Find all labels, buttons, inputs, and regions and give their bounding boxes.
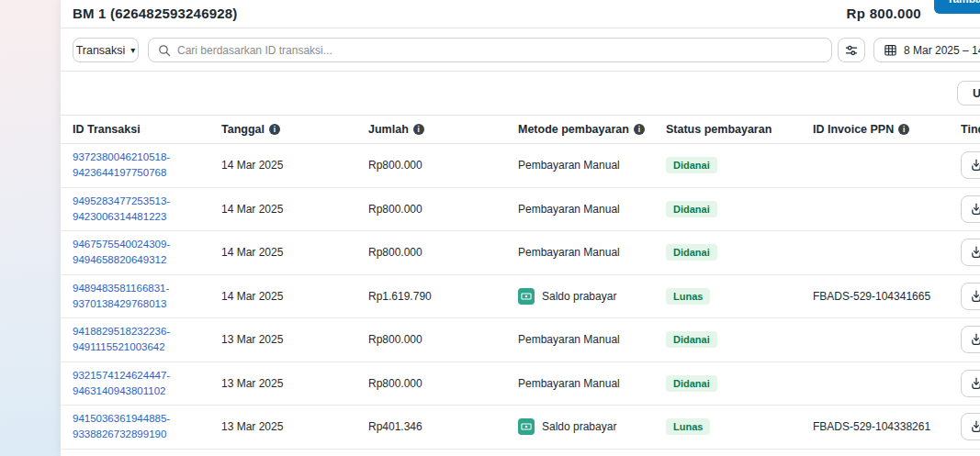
- table-row: 9372380046210518-9423644197750768 14 Mar…: [61, 144, 980, 188]
- table-body: 9372380046210518-9423644197750768 14 Mar…: [61, 144, 980, 450]
- transaction-type-label: Transaksi: [76, 44, 126, 57]
- table-row: 9495283477253513-9423006314481223 14 Mar…: [61, 188, 980, 232]
- payment-method-cell: Pembayaran Manual: [518, 159, 666, 172]
- column-header-id-transaksi: ID Transaksi: [73, 123, 221, 136]
- payment-status-cell: Lunas: [666, 418, 813, 435]
- column-header-label: ID Invoice PPN: [813, 123, 894, 136]
- download-receipt-button[interactable]: [961, 413, 980, 440]
- transaction-amount: Rp1.619.790: [368, 290, 518, 303]
- transaction-type-dropdown[interactable]: Transaksi ▾: [73, 38, 139, 62]
- column-header-status-pembayaran: Status pembayaran: [666, 123, 813, 136]
- column-header-label: Jumlah: [368, 123, 409, 136]
- download-report-button[interactable]: Unduh: [957, 81, 980, 106]
- page-header: BM 1 (626482593246928) Rp 800.000 Tambah…: [61, 0, 980, 28]
- payment-method-cell: Pembayaran Manual: [518, 333, 666, 346]
- table-row: 9489483581166831-9370138429768013 14 Mar…: [61, 275, 980, 319]
- actions-cell: [961, 413, 980, 440]
- invoice-id: FBADS-529-104338261: [813, 420, 961, 433]
- search-field[interactable]: [148, 38, 832, 62]
- account-balance: Rp 800.000: [847, 0, 921, 28]
- actions-cell: [961, 151, 980, 179]
- column-header-id-invoice-ppn: ID Invoice PPNi: [813, 123, 961, 136]
- transaction-amount: Rp800.000: [368, 246, 518, 259]
- status-badge: Lunas: [666, 418, 710, 435]
- payment-method-label: Pembayaran Manual: [518, 159, 620, 172]
- transaction-id-link[interactable]: 9489483581166831-9370138429768013: [73, 281, 221, 313]
- download-receipt-button[interactable]: [961, 195, 980, 223]
- transaction-amount: Rp800.000: [368, 377, 518, 390]
- status-badge: Didanai: [666, 157, 717, 173]
- transaction-id-link[interactable]: 9418829518232236-9491115521003642: [73, 324, 221, 356]
- column-header-tanggal: Tanggali: [221, 123, 368, 136]
- download-icon: [969, 158, 980, 172]
- transaction-date: 13 Mar 2025: [221, 333, 368, 346]
- date-range-picker[interactable]: 8 Mar 2025 – 14 Mar 2025: [873, 38, 980, 62]
- column-header-label: Status pembayaran: [666, 123, 772, 136]
- table-row: 9321574124624447-9463140943801102 13 Mar…: [61, 362, 980, 406]
- actions-cell: [961, 239, 980, 266]
- payment-method-label: Saldo prabayar: [542, 420, 616, 433]
- download-receipt-button[interactable]: [961, 151, 980, 179]
- column-header-label: Metode pembayaran: [518, 123, 629, 136]
- download-receipt-button[interactable]: [961, 326, 980, 353]
- download-icon: [969, 419, 980, 434]
- download-receipt-button[interactable]: [961, 370, 980, 397]
- billing-card: BM 1 (626482593246928) Rp 800.000 Tambah…: [61, 0, 980, 456]
- billing-transactions-page: BM 1 (626482593246928) Rp 800.000 Tambah…: [0, 0, 980, 456]
- download-receipt-button[interactable]: [961, 283, 980, 310]
- transaction-id-cell: 9321574124624447-9463140943801102: [73, 368, 221, 400]
- payment-method-cell: Saldo prabayar: [518, 288, 666, 305]
- transaction-id-link[interactable]: 9467575540024309-9494658820649312: [73, 237, 221, 269]
- transaction-amount: Rp800.000: [368, 203, 518, 216]
- add-funds-button[interactable]: Tambahkan: [934, 0, 980, 14]
- transaction-amount: Rp800.000: [368, 333, 518, 346]
- transaction-id-link[interactable]: 9495283477253513-9423006314481223: [73, 194, 221, 226]
- transaction-id-link[interactable]: 9415036361944885-9338826732899190: [73, 411, 221, 443]
- filter-settings-button[interactable]: [838, 38, 865, 62]
- table-toolbar: Unduh: [61, 72, 980, 116]
- actions-cell: [961, 283, 980, 310]
- actions-cell: [961, 326, 980, 353]
- column-header-label: ID Transaksi: [73, 123, 141, 136]
- info-icon[interactable]: i: [634, 124, 645, 135]
- transaction-date: 14 Mar 2025: [221, 159, 368, 172]
- transaction-amount: Rp800.000: [368, 159, 518, 172]
- payment-method-cell: Pembayaran Manual: [518, 203, 666, 216]
- payment-status-cell: Didanai: [666, 244, 813, 261]
- transaction-id-link[interactable]: 9372380046210518-9423644197750768: [73, 150, 221, 182]
- transaction-id-cell: 9415036361944885-9338826732899190: [73, 411, 221, 443]
- search-icon: [158, 44, 171, 57]
- column-header-tindakan: Tindakan: [961, 123, 980, 136]
- payment-method-cell: Saldo prabayar: [518, 418, 666, 435]
- payment-method-label: Pembayaran Manual: [518, 377, 620, 390]
- status-badge: Didanai: [666, 331, 717, 348]
- transaction-date: 14 Mar 2025: [221, 203, 368, 216]
- transaction-id-link[interactable]: 9321574124624447-9463140943801102: [73, 368, 221, 400]
- sliders-icon: [844, 43, 859, 58]
- download-icon: [969, 376, 980, 391]
- info-icon[interactable]: i: [413, 124, 424, 135]
- payment-method-label: Saldo prabayar: [542, 290, 616, 303]
- actions-cell: [961, 370, 980, 397]
- payment-status-cell: Didanai: [666, 157, 813, 173]
- download-receipt-button[interactable]: [961, 239, 980, 266]
- search-input[interactable]: [177, 44, 822, 57]
- table-header-row: ID TransaksiTanggaliJumlahiMetode pembay…: [61, 116, 980, 144]
- transaction-id-cell: 9372380046210518-9423644197750768: [73, 150, 221, 182]
- transaction-amount: Rp401.346: [368, 420, 518, 433]
- info-icon[interactable]: i: [898, 124, 909, 135]
- date-range-label: 8 Mar 2025 – 14 Mar 2025: [904, 44, 980, 57]
- status-badge: Lunas: [666, 288, 710, 305]
- table-row: 9415036361944885-9338826732899190 13 Mar…: [61, 406, 980, 450]
- info-icon[interactable]: i: [269, 124, 280, 135]
- chevron-down-icon: ▾: [130, 46, 135, 55]
- payment-method-cell: Pembayaran Manual: [518, 377, 666, 390]
- payment-status-cell: Didanai: [666, 201, 813, 217]
- payment-method-label: Pembayaran Manual: [518, 203, 620, 216]
- payment-method-label: Pembayaran Manual: [518, 246, 620, 259]
- column-header-jumlah: Jumlahi: [368, 123, 518, 136]
- download-icon: [969, 332, 980, 347]
- status-badge: Didanai: [666, 375, 717, 392]
- transaction-id-cell: 9467575540024309-9494658820649312: [73, 237, 221, 269]
- transaction-id-cell: 9418829518232236-9491115521003642: [73, 324, 221, 356]
